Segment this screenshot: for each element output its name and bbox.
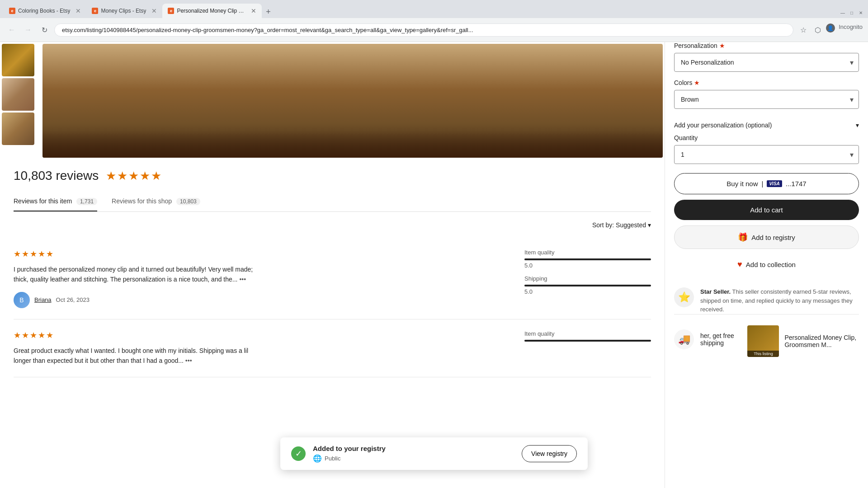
tab-personalized-clip[interactable]: e Personalized Money Clip Groomsmen... ✕ xyxy=(162,4,262,18)
review-text-1: I purchased the personalized money clip … xyxy=(14,264,258,285)
review-more-1[interactable]: ••• xyxy=(239,276,246,283)
forward-button[interactable]: → xyxy=(22,23,34,36)
star-4: ★ xyxy=(140,169,150,183)
review-text-2: Great product exactly what I wanted. I b… xyxy=(14,346,258,366)
sort-bar: Sort by: Suggested ▾ xyxy=(14,221,651,229)
reviews-count: 10,803 reviews xyxy=(14,169,99,183)
quantity-select-wrapper: 1 ▾ xyxy=(674,145,859,164)
quality-score-shipping: 5.0 xyxy=(524,288,651,295)
r2-star-5: ★ xyxy=(46,330,53,340)
thumbnail-2[interactable] xyxy=(2,78,34,111)
tab-item-reviews[interactable]: Reviews for this item 1,731 xyxy=(14,192,97,211)
quality-bar-item-2 xyxy=(524,340,651,342)
tab-close-2[interactable]: ✕ xyxy=(151,7,157,14)
add-to-registry-button[interactable]: 🎁 Add to registry xyxy=(674,225,859,249)
add-to-collection-button[interactable]: ♥ Add to collection xyxy=(674,256,859,273)
bookmark-button[interactable]: ☆ xyxy=(797,23,810,36)
visa-icon: VISA xyxy=(767,180,782,187)
tab-label-3: Personalized Money Clip Groomsmen... xyxy=(177,8,245,14)
r1-star-4: ★ xyxy=(38,249,45,259)
shop-count-badge: 10,803 xyxy=(176,198,200,205)
reviewer-date-1: Oct 26, 2023 xyxy=(56,296,90,303)
review-stars-2: ★ ★ ★ ★ ★ xyxy=(14,330,506,340)
thumbnail-1[interactable] xyxy=(2,44,34,76)
r1-star-3: ★ xyxy=(30,249,37,259)
reload-button[interactable]: ↻ xyxy=(38,23,51,36)
quality-label-shipping: Shipping xyxy=(524,275,651,282)
address-actions: ☆ ⬡ 👤 Incognito xyxy=(797,23,863,36)
main-product-image[interactable] xyxy=(42,44,663,158)
quality-row-item-2: Item quality xyxy=(524,330,651,342)
personalization-select-wrapper: No Personalization ▾ xyxy=(674,53,859,72)
reviews-section: 10,803 reviews ★ ★ ★ ★ ★ Reviews for thi… xyxy=(0,160,665,386)
view-registry-button[interactable]: View registry xyxy=(522,445,577,462)
star-seller-icon xyxy=(674,287,694,307)
personalization-label: Personalization ★ xyxy=(674,42,859,49)
required-star-1: ★ xyxy=(719,42,725,49)
reviewer-name-1[interactable]: Briana xyxy=(34,296,52,303)
quantity-section: Quantity 1 ▾ xyxy=(674,134,859,164)
colors-select[interactable]: Brown xyxy=(674,90,859,109)
etsy-favicon-1: e xyxy=(9,8,15,14)
toast-content: Added to your registry 🌐 Public xyxy=(313,445,514,463)
quality-fill-shipping xyxy=(524,285,651,286)
registry-icon: 🎁 xyxy=(738,232,748,242)
quality-label-item: Item quality xyxy=(524,249,651,256)
reviewer-1: B Briana Oct 26, 2023 xyxy=(14,292,506,308)
review-left-2: ★ ★ ★ ★ ★ Great product exactly what I w… xyxy=(14,330,506,366)
star-2: ★ xyxy=(117,169,127,183)
tab-bar: e Coloring Books - Etsy ✕ e Money Clips … xyxy=(0,0,868,18)
r2-star-3: ★ xyxy=(30,330,37,340)
buy-now-button[interactable]: Buy it now | VISA ...1747 xyxy=(674,173,859,194)
tab-close-1[interactable]: ✕ xyxy=(75,7,81,14)
left-panel: 10,803 reviews ★ ★ ★ ★ ★ Reviews for thi… xyxy=(0,42,665,488)
tab-label-2: Money Clips - Etsy xyxy=(101,8,146,14)
overall-stars: ★ ★ ★ ★ ★ xyxy=(106,169,161,183)
toast-subtitle: 🌐 Public xyxy=(313,454,514,463)
star-seller-section: Star Seller. This seller consistently ea… xyxy=(674,280,859,314)
address-bar: ← → ↻ ☆ ⬡ 👤 Incognito xyxy=(0,18,868,42)
star-1: ★ xyxy=(106,169,116,183)
required-star-2: ★ xyxy=(694,79,700,86)
r2-star-1: ★ xyxy=(14,330,21,340)
colors-label: Colors ★ xyxy=(674,79,859,86)
right-panel: Personalization ★ No Personalization ▾ C… xyxy=(665,42,868,488)
add-to-cart-button[interactable]: Add to cart xyxy=(674,200,859,220)
minimize-button[interactable]: — xyxy=(839,9,846,16)
personalization-toggle[interactable]: Add your personalization (optional) ▾ xyxy=(674,116,859,134)
close-button[interactable]: ✕ xyxy=(857,9,864,16)
review-more-2[interactable]: ••• xyxy=(185,357,192,364)
free-shipping-text: her, get free shipping xyxy=(700,332,742,347)
thumbnail-list xyxy=(0,42,41,160)
maximize-button[interactable]: □ xyxy=(848,9,855,16)
tab-money-clips[interactable]: e Money Clips - Etsy ✕ xyxy=(86,4,162,18)
review-stars-1: ★ ★ ★ ★ ★ xyxy=(14,249,506,259)
back-button[interactable]: ← xyxy=(5,23,18,36)
tab-shop-reviews[interactable]: Reviews for this shop 10,803 xyxy=(112,192,200,211)
quality-bar-shipping xyxy=(524,285,651,286)
tab-coloring-books[interactable]: e Coloring Books - Etsy ✕ xyxy=(4,4,86,18)
heart-icon: ♥ xyxy=(737,260,742,269)
quality-row-item: Item quality 5.0 xyxy=(524,249,651,269)
url-input[interactable] xyxy=(54,23,793,37)
r1-star-2: ★ xyxy=(22,249,29,259)
new-tab-button[interactable]: + xyxy=(262,5,274,18)
review-card-2: ★ ★ ★ ★ ★ Great product exactly what I w… xyxy=(14,319,651,377)
product-thumbnail[interactable]: This listing xyxy=(747,325,779,357)
avatar-1: B xyxy=(14,292,30,308)
star-3: ★ xyxy=(128,169,139,183)
toast-title: Added to your registry xyxy=(313,445,514,452)
colors-select-wrapper: Brown ▾ xyxy=(674,90,859,109)
sort-button[interactable]: Sort by: Suggested ▾ xyxy=(592,221,651,229)
quality-label-item-2: Item quality xyxy=(524,330,651,337)
tab-close-3[interactable]: ✕ xyxy=(251,7,256,14)
product-thumb-row: her, get free shipping This listing Pers… xyxy=(700,322,859,357)
separator: | xyxy=(762,180,764,188)
personalization-select[interactable]: No Personalization xyxy=(674,53,859,72)
globe-icon: 🌐 xyxy=(313,454,322,463)
quantity-select[interactable]: 1 xyxy=(674,145,859,164)
incognito-icon: 👤 xyxy=(826,23,835,33)
this-listing-badge: This listing xyxy=(747,351,779,357)
extensions-button[interactable]: ⬡ xyxy=(811,23,824,36)
thumbnail-3[interactable] xyxy=(2,113,34,145)
